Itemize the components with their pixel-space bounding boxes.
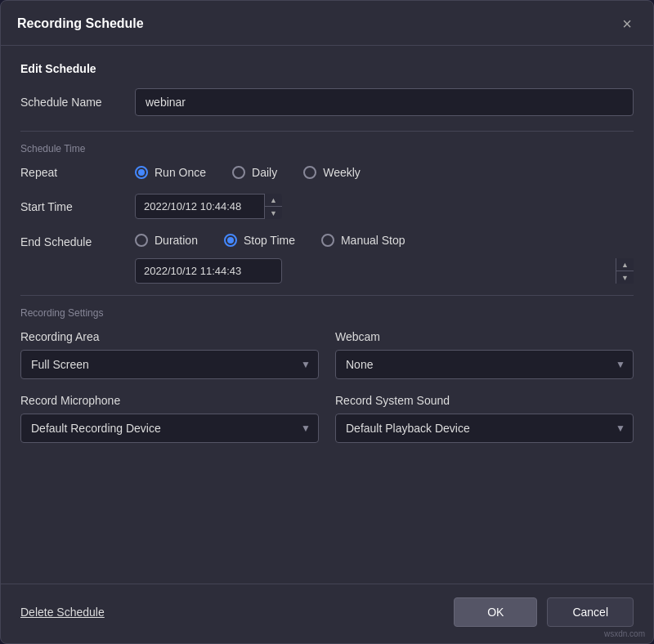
start-time-down-btn[interactable]: ▼ bbox=[265, 207, 282, 219]
radio-weekly-label: Weekly bbox=[323, 166, 361, 179]
dialog-body: Edit Schedule Schedule Name Schedule Tim… bbox=[1, 46, 653, 584]
recording-area-select[interactable]: Full Screen bbox=[20, 350, 319, 379]
cancel-button[interactable]: Cancel bbox=[547, 597, 634, 627]
end-schedule-row: End Schedule Duration Stop Time bbox=[20, 234, 634, 284]
webcam-select[interactable]: None bbox=[335, 350, 634, 379]
end-schedule-label: End Schedule bbox=[20, 234, 135, 248]
record-microphone-label: Record Microphone bbox=[20, 394, 319, 407]
start-time-input[interactable] bbox=[135, 194, 282, 219]
dialog-footer: Delete Schedule OK Cancel bbox=[1, 584, 653, 643]
end-schedule-radio-group: Duration Stop Time Manual Stop bbox=[135, 234, 634, 247]
repeat-label: Repeat bbox=[20, 166, 135, 179]
radio-stop-time-circle bbox=[224, 234, 237, 247]
radio-stop-time-dot bbox=[227, 237, 234, 244]
section-divider-1 bbox=[20, 131, 634, 132]
section-divider-2 bbox=[20, 295, 634, 296]
microphone-system-sound-row: Record Microphone Default Recording Devi… bbox=[20, 394, 634, 443]
record-microphone-select[interactable]: Default Recording Device bbox=[20, 414, 319, 443]
end-time-down-btn[interactable]: ▼ bbox=[616, 271, 634, 284]
watermark: wsxdn.com bbox=[604, 629, 645, 638]
radio-run-once-label: Run Once bbox=[155, 166, 206, 179]
record-microphone-group: Record Microphone Default Recording Devi… bbox=[20, 394, 319, 443]
dialog-header: Recording Schedule × bbox=[1, 1, 653, 46]
end-time-input[interactable] bbox=[135, 258, 282, 284]
start-time-up-btn[interactable]: ▲ bbox=[265, 194, 282, 207]
edit-schedule-header: Edit Schedule bbox=[20, 62, 634, 75]
webcam-label: Webcam bbox=[335, 330, 634, 343]
recording-schedule-dialog: Recording Schedule × Edit Schedule Sched… bbox=[0, 0, 654, 644]
start-time-wrapper: ▲ ▼ bbox=[135, 194, 282, 219]
radio-daily-label: Daily bbox=[252, 166, 277, 179]
ok-button[interactable]: OK bbox=[454, 597, 537, 627]
radio-manual-stop-circle bbox=[321, 234, 334, 247]
recording-area-group: Recording Area Full Screen ▼ bbox=[20, 330, 319, 379]
start-time-spinner: ▲ ▼ bbox=[264, 194, 282, 219]
schedule-name-input[interactable] bbox=[135, 88, 634, 116]
recording-settings-label: Recording Settings bbox=[20, 307, 634, 319]
record-system-sound-group: Record System Sound Default Playback Dev… bbox=[335, 394, 634, 443]
end-duration[interactable]: Duration bbox=[135, 234, 198, 247]
radio-manual-stop-label: Manual Stop bbox=[341, 234, 405, 247]
start-time-row: Start Time ▲ ▼ bbox=[20, 194, 634, 219]
schedule-name-row: Schedule Name bbox=[20, 88, 634, 116]
recording-area-label: Recording Area bbox=[20, 330, 319, 343]
end-time-up-btn[interactable]: ▲ bbox=[616, 258, 634, 271]
radio-duration-label: Duration bbox=[155, 234, 198, 247]
repeat-daily[interactable]: Daily bbox=[232, 166, 277, 179]
schedule-name-label: Schedule Name bbox=[20, 96, 135, 109]
recording-area-webcam-row: Recording Area Full Screen ▼ Webcam None… bbox=[20, 330, 634, 379]
record-system-sound-select-wrapper: Default Playback Device ▼ bbox=[335, 414, 634, 443]
radio-run-once-dot bbox=[138, 169, 145, 176]
webcam-select-wrapper: None ▼ bbox=[335, 350, 634, 379]
radio-weekly-circle bbox=[303, 166, 316, 179]
dialog-title: Recording Schedule bbox=[17, 16, 144, 31]
recording-area-select-wrapper: Full Screen ▼ bbox=[20, 350, 319, 379]
close-button[interactable]: × bbox=[617, 14, 637, 34]
schedule-time-label: Schedule Time bbox=[20, 143, 634, 154]
delete-schedule-button[interactable]: Delete Schedule bbox=[20, 606, 105, 619]
end-manual-stop[interactable]: Manual Stop bbox=[321, 234, 405, 247]
repeat-run-once[interactable]: Run Once bbox=[135, 166, 206, 179]
end-stop-time[interactable]: Stop Time bbox=[224, 234, 295, 247]
repeat-weekly[interactable]: Weekly bbox=[303, 166, 361, 179]
end-time-spinner: ▲ ▼ bbox=[616, 258, 634, 284]
start-time-label: Start Time bbox=[20, 200, 135, 213]
end-time-wrapper: ▲ ▼ bbox=[135, 258, 634, 284]
repeat-row: Repeat Run Once Daily Weekly bbox=[20, 166, 634, 179]
radio-daily-circle bbox=[232, 166, 245, 179]
radio-duration-circle bbox=[135, 234, 148, 247]
record-system-sound-select[interactable]: Default Playback Device bbox=[335, 414, 634, 443]
repeat-radio-group: Run Once Daily Weekly bbox=[135, 166, 634, 179]
record-system-sound-label: Record System Sound bbox=[335, 394, 634, 407]
record-microphone-select-wrapper: Default Recording Device ▼ bbox=[20, 414, 319, 443]
radio-stop-time-label: Stop Time bbox=[244, 234, 295, 247]
webcam-group: Webcam None ▼ bbox=[335, 330, 634, 379]
radio-run-once-circle bbox=[135, 166, 148, 179]
footer-buttons: OK Cancel bbox=[454, 597, 634, 627]
end-schedule-content: Duration Stop Time Manual Stop bbox=[135, 234, 634, 284]
